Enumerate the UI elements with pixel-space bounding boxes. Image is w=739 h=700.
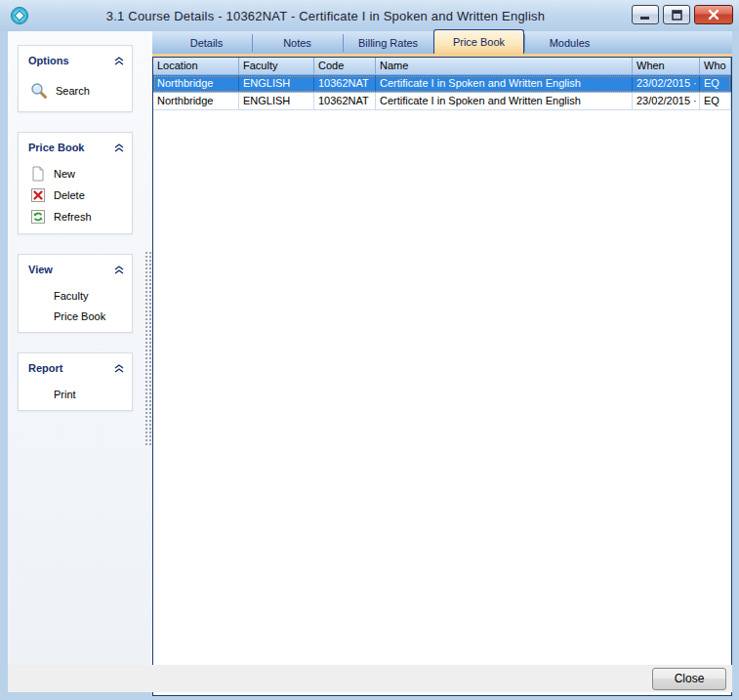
chevrons-up-icon[interactable]	[114, 139, 124, 156]
column-header-who[interactable]: Who	[700, 58, 731, 74]
close-window-button[interactable]	[694, 5, 733, 24]
sidebar-item-search[interactable]: Search	[19, 76, 132, 105]
tab-billing-rates[interactable]: Billing Rates	[343, 31, 433, 54]
close-button[interactable]: Close	[652, 668, 726, 690]
cell-when: 23/02/2015 ·	[633, 75, 700, 92]
sidebar-item-delete[interactable]: Delete	[19, 185, 132, 206]
panel-title: Price Book	[28, 142, 84, 153]
price-book-table: Location Faculty Code Name When Who Nort…	[153, 58, 731, 110]
tab-label: Billing Rates	[358, 37, 418, 49]
refresh-icon	[30, 209, 46, 225]
column-header-location[interactable]: Location	[153, 58, 239, 74]
panel-options-header[interactable]: Options	[19, 46, 132, 74]
tab-strip: Details Notes Billing Rates Price Book M…	[152, 31, 732, 54]
delete-icon	[30, 187, 46, 203]
sidebar: Options Search	[8, 31, 152, 665]
sidebar-splitter[interactable]	[144, 251, 152, 446]
sidebar-item-label: Delete	[54, 189, 85, 201]
panel-title: View	[28, 264, 53, 275]
sidebar-item-print[interactable]: Print	[19, 384, 132, 404]
minimize-button[interactable]	[632, 5, 659, 24]
cell-name: Certificate I in Spoken and Written Engl…	[376, 75, 633, 92]
sidebar-item-label: Refresh	[54, 211, 92, 223]
table-row[interactable]: Northbridge ENGLISH 10362NAT Certificate…	[153, 75, 731, 93]
search-icon	[30, 82, 48, 100]
sidebar-item-new[interactable]: New	[19, 163, 132, 185]
sidebar-item-label: Faculty	[54, 290, 88, 302]
sidebar-item-label: New	[54, 168, 75, 180]
column-header-when[interactable]: When	[633, 58, 700, 74]
app-icon	[10, 6, 29, 25]
panel-view: View Faculty Price Book	[18, 254, 133, 333]
panel-price-book-header[interactable]: Price Book	[19, 133, 132, 161]
window-controls	[632, 5, 733, 24]
sidebar-item-price-book-view[interactable]: Price Book	[19, 306, 132, 326]
panel-title: Options	[28, 55, 69, 66]
dialog-body: Options Search	[8, 31, 732, 692]
sidebar-item-faculty[interactable]: Faculty	[19, 285, 132, 306]
window-title: 3.1 Course Details - 10362NAT - Certific…	[0, 9, 739, 23]
cell-name: Certificate I in Spoken and Written Engl…	[376, 93, 633, 109]
cell-location: Northbridge	[153, 75, 239, 92]
panel-report-header[interactable]: Report	[19, 353, 132, 382]
sidebar-item-label: Search	[56, 85, 90, 97]
dialog-window: 3.1 Course Details - 10362NAT - Certific…	[0, 0, 739, 700]
price-book-panel: Location Faculty Code Name When Who Nort…	[152, 57, 732, 696]
panel-view-header[interactable]: View	[19, 255, 132, 283]
panel-options: Options Search	[18, 45, 133, 112]
tab-price-book[interactable]: Price Book	[433, 29, 524, 54]
column-header-code[interactable]: Code	[314, 58, 376, 74]
tab-modules[interactable]: Modules	[524, 31, 615, 54]
tab-label: Modules	[550, 37, 591, 49]
column-header-name[interactable]: Name	[376, 58, 633, 74]
panel-title: Report	[28, 362, 62, 374]
cell-faculty: ENGLISH	[239, 93, 314, 109]
panel-price-book: Price Book New	[18, 132, 133, 234]
cell-who: EQ	[700, 93, 731, 109]
chevrons-up-icon[interactable]	[114, 52, 124, 69]
column-header-faculty[interactable]: Faculty	[239, 58, 314, 74]
sidebar-item-label: Print	[54, 389, 76, 400]
maximize-button[interactable]	[663, 5, 690, 24]
table-row[interactable]: Northbridge ENGLISH 10362NAT Certificate…	[153, 93, 731, 110]
minimize-icon	[639, 11, 651, 20]
cell-faculty: ENGLISH	[239, 75, 314, 92]
cell-location: Northbridge	[153, 93, 239, 109]
main-area: Details Notes Billing Rates Price Book M…	[152, 31, 732, 665]
tab-details[interactable]: Details	[161, 31, 252, 54]
sidebar-item-refresh[interactable]: Refresh	[19, 206, 132, 227]
cell-who: EQ	[700, 75, 731, 92]
tab-label: Price Book	[453, 36, 505, 48]
sidebar-item-label: Price Book	[54, 310, 105, 322]
tab-notes[interactable]: Notes	[252, 31, 343, 54]
maximize-icon	[672, 10, 682, 21]
cell-when: 23/02/2015 ·	[633, 93, 700, 109]
table-header-row: Location Faculty Code Name When Who	[153, 58, 731, 75]
tab-label: Details	[190, 37, 224, 49]
titlebar[interactable]: 3.1 Course Details - 10362NAT - Certific…	[0, 0, 739, 31]
chevrons-up-icon[interactable]	[114, 261, 124, 278]
new-document-icon	[30, 166, 46, 182]
cell-code: 10362NAT	[314, 93, 376, 109]
close-icon	[708, 9, 719, 21]
chevrons-up-icon[interactable]	[114, 359, 124, 377]
dialog-footer: Close	[8, 665, 732, 692]
tab-label: Notes	[283, 37, 311, 49]
cell-code: 10362NAT	[314, 75, 376, 92]
panel-report: Report Print	[18, 352, 133, 411]
